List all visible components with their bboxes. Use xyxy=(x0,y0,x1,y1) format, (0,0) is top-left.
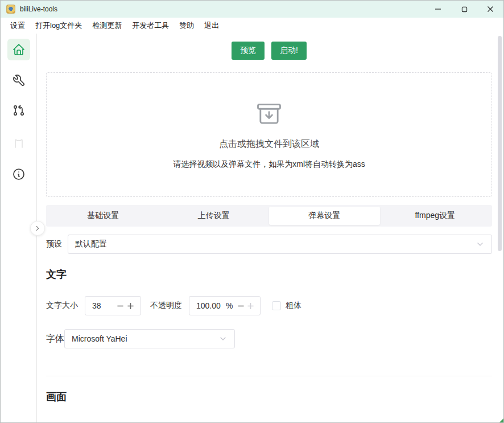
menu-item-settings[interactable]: 设置 xyxy=(5,19,30,32)
minimize-button[interactable] xyxy=(425,1,451,18)
minus-icon xyxy=(117,302,124,310)
tab-upload-settings[interactable]: 上传设置 xyxy=(159,207,270,225)
preset-row: 预设 默认配置 xyxy=(46,235,492,254)
content: 预览 启动! 点击或拖拽文件到该区域 请选择视频以及弹幕文件，如果为xml将自动… xyxy=(37,34,503,423)
preset-value: 默认配置 xyxy=(75,239,107,249)
maximize-button[interactable] xyxy=(451,1,477,18)
titlebar: biliLive-tools xyxy=(1,1,503,18)
menu-item-check-update[interactable]: 检测更新 xyxy=(87,19,127,32)
opacity-label: 不透明度 xyxy=(150,301,182,311)
info-icon xyxy=(12,167,26,181)
font-value: Microsoft YaHei xyxy=(72,334,127,343)
dropzone-sub-text: 请选择视频以及弹幕文件，如果为xml将自动转换为ass xyxy=(173,159,365,170)
resize-grip[interactable] xyxy=(499,418,503,422)
sidebar-item-extra[interactable] xyxy=(7,132,30,154)
opacity-unit: % xyxy=(226,301,233,310)
font-size-decrease-button[interactable] xyxy=(115,297,126,315)
preview-button[interactable]: 预览 xyxy=(232,42,265,60)
close-button[interactable] xyxy=(477,1,503,18)
font-select[interactable]: Microsoft YaHei xyxy=(64,329,235,348)
bold-option: 粗体 xyxy=(272,301,301,311)
bold-label: 粗体 xyxy=(286,301,301,311)
opacity-input: % xyxy=(189,296,261,315)
tab-ffmpeg-settings[interactable]: ffmpeg设置 xyxy=(380,207,491,225)
git-pull-request-icon xyxy=(12,104,26,117)
font-row: 字体 Microsoft YaHei xyxy=(46,329,492,348)
cat-icon xyxy=(12,136,26,150)
dropzone-main-text: 点击或拖拽文件到该区域 xyxy=(219,138,319,150)
app-icon xyxy=(6,5,15,14)
font-size-input xyxy=(85,296,141,315)
sidebar-item-tasks[interactable] xyxy=(7,100,30,121)
menu-item-devtools[interactable]: 开发者工具 xyxy=(127,19,174,32)
text-controls-row: 文字大小 不透明度 % xyxy=(46,296,492,315)
opacity-decrease-button[interactable] xyxy=(236,297,246,315)
window-title: biliLive-tools xyxy=(20,5,57,13)
font-size-increase-button[interactable] xyxy=(126,297,137,315)
home-icon xyxy=(12,43,26,56)
tab-danmu-settings[interactable]: 弹幕设置 xyxy=(269,207,380,225)
main-row: 预览 启动! 点击或拖拽文件到该区域 请选择视频以及弹幕文件，如果为xml将自动… xyxy=(1,34,503,423)
sidebar-item-tools[interactable] xyxy=(7,69,30,91)
menubar: 设置 打开log文件夹 检测更新 开发者工具 赞助 退出 xyxy=(1,18,503,34)
window-controls xyxy=(425,1,503,18)
wrench-icon xyxy=(12,73,26,87)
tab-basic-settings[interactable]: 基础设置 xyxy=(48,207,159,225)
screen-section-heading: 画面 xyxy=(46,390,492,404)
menu-item-sponsor[interactable]: 赞助 xyxy=(174,19,199,32)
font-size-field[interactable] xyxy=(92,301,115,310)
sidebar-collapse-button[interactable] xyxy=(30,221,45,236)
font-label: 字体 xyxy=(46,333,64,345)
preset-label: 预设 xyxy=(46,239,62,249)
settings-tabs: 基础设置 上传设置 弹幕设置 ffmpeg设置 xyxy=(46,205,492,227)
chevron-right-icon xyxy=(34,224,42,232)
chevron-down-icon xyxy=(476,240,485,249)
sidebar-item-about[interactable] xyxy=(7,163,30,185)
plus-icon xyxy=(127,302,134,310)
chevron-down-icon xyxy=(218,334,228,343)
text-section-heading: 文字 xyxy=(46,268,492,281)
start-button[interactable]: 启动! xyxy=(271,42,307,60)
scrollbar-thumb[interactable] xyxy=(498,36,502,251)
plus-icon xyxy=(247,302,254,310)
opacity-field[interactable] xyxy=(196,301,226,310)
maximize-icon xyxy=(461,6,468,13)
section-divider xyxy=(46,376,492,376)
sidebar-item-home[interactable] xyxy=(7,39,30,60)
menu-item-open-log-folder[interactable]: 打开log文件夹 xyxy=(30,19,87,32)
archive-download-icon xyxy=(254,100,284,132)
minus-icon xyxy=(237,302,245,310)
menu-item-exit[interactable]: 退出 xyxy=(199,19,224,32)
opacity-increase-button[interactable] xyxy=(246,297,255,315)
minimize-icon xyxy=(435,6,441,13)
close-icon xyxy=(487,6,494,13)
font-size-label: 文字大小 xyxy=(46,301,78,311)
action-buttons: 预览 启动! xyxy=(46,42,492,60)
bold-checkbox[interactable] xyxy=(272,301,281,310)
file-dropzone[interactable]: 点击或拖拽文件到该区域 请选择视频以及弹幕文件，如果为xml将自动转换为ass xyxy=(46,72,492,197)
preset-select[interactable]: 默认配置 xyxy=(68,235,492,254)
